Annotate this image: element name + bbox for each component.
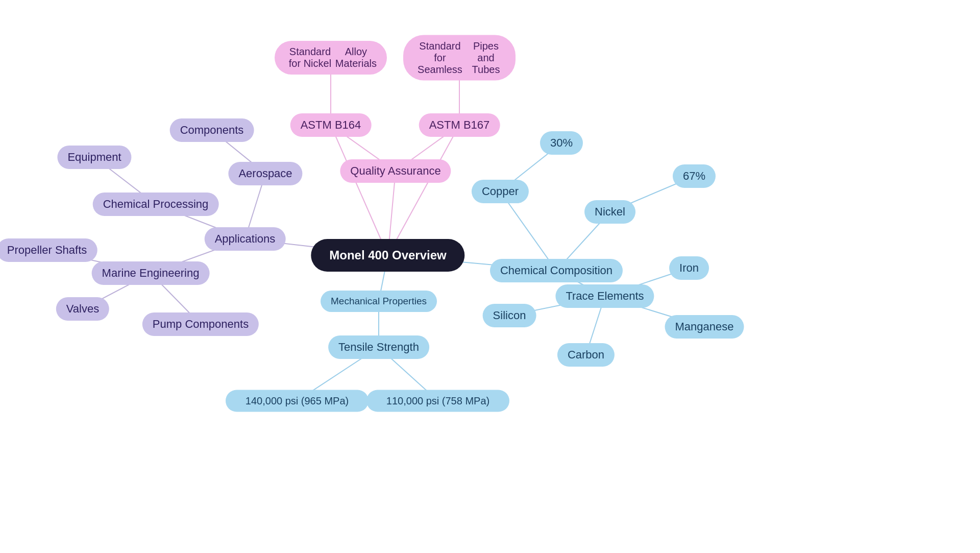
- node-nickel[interactable]: Nickel: [584, 200, 635, 224]
- node-trace[interactable]: Trace Elements: [555, 284, 654, 308]
- node-prop_shafts[interactable]: Propeller Shafts: [0, 238, 97, 262]
- node-chemical_proc[interactable]: Chemical Processing: [93, 193, 219, 216]
- node-applications[interactable]: Applications: [205, 227, 286, 251]
- node-astm_b167[interactable]: ASTM B167: [419, 113, 500, 137]
- node-iron[interactable]: Iron: [669, 256, 709, 280]
- svg-line-0: [331, 125, 388, 255]
- node-pct_30[interactable]: 30%: [540, 131, 583, 155]
- node-pump_comp[interactable]: Pump Components: [142, 312, 259, 336]
- node-equipment[interactable]: Equipment: [57, 146, 131, 169]
- node-components[interactable]: Components: [170, 118, 254, 142]
- node-quality[interactable]: Quality Assurance: [340, 159, 451, 183]
- node-marine_eng[interactable]: Marine Engineering: [92, 261, 210, 285]
- center-node[interactable]: Monel 400 Overview: [311, 239, 464, 272]
- node-aerospace[interactable]: Aerospace: [228, 162, 302, 185]
- node-pct_67[interactable]: 67%: [673, 164, 716, 188]
- node-std_nickel[interactable]: Standard for NickelAlloy Materials: [275, 41, 387, 75]
- node-valves[interactable]: Valves: [56, 297, 109, 321]
- node-psi_110[interactable]: 110,000 psi (758 MPa): [366, 390, 509, 412]
- node-silicon[interactable]: Silicon: [483, 304, 536, 327]
- mindmap-canvas: Monel 400 OverviewASTM B164ASTM B167Stan…: [0, 0, 980, 553]
- node-carbon[interactable]: Carbon: [557, 343, 615, 367]
- node-astm_b164[interactable]: ASTM B164: [290, 113, 372, 137]
- node-mech_props[interactable]: Mechanical Properties: [321, 291, 437, 312]
- svg-line-1: [388, 125, 459, 255]
- node-tensile[interactable]: Tensile Strength: [328, 335, 429, 359]
- node-manganese[interactable]: Manganese: [665, 315, 744, 339]
- node-std_pipes[interactable]: Standard for SeamlessPipes and Tubes: [403, 35, 516, 81]
- node-copper[interactable]: Copper: [472, 180, 529, 203]
- node-psi_140[interactable]: 140,000 psi (965 MPa): [226, 390, 369, 412]
- node-chem_comp[interactable]: Chemical Composition: [490, 259, 623, 282]
